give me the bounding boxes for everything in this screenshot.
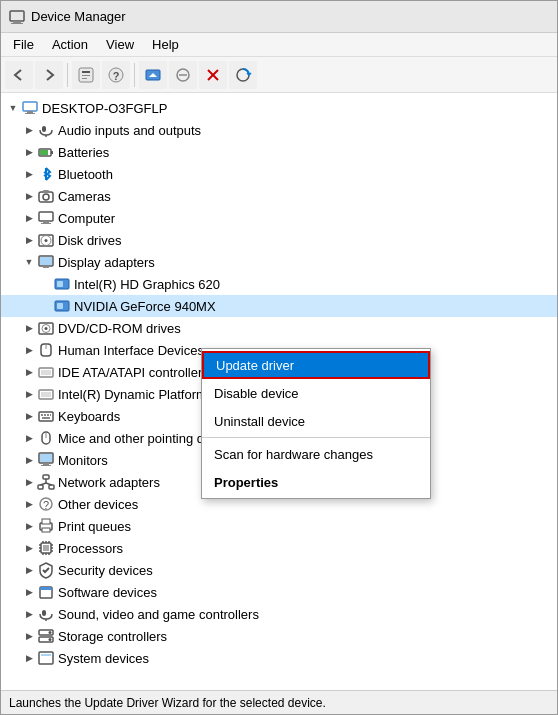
- expand-computer[interactable]: [21, 210, 37, 226]
- expand-bluetooth[interactable]: [21, 166, 37, 182]
- menu-help[interactable]: Help: [144, 35, 187, 54]
- svg-rect-60: [43, 475, 49, 479]
- ctx-update-driver[interactable]: Update driver: [202, 351, 430, 379]
- tree-item-software[interactable]: Software devices: [1, 581, 557, 603]
- svg-rect-86: [40, 587, 52, 590]
- expand-other[interactable]: [21, 496, 37, 512]
- title-bar: Device Manager: [1, 1, 557, 33]
- tree-item-cameras[interactable]: Cameras: [1, 185, 557, 207]
- svg-rect-57: [40, 454, 52, 462]
- expand-proc[interactable]: [21, 540, 37, 556]
- help-button[interactable]: ?: [102, 61, 130, 89]
- context-menu: Update driver Disable device Uninstall d…: [201, 348, 431, 499]
- svg-rect-27: [43, 221, 49, 223]
- expand-gpu2: [37, 298, 53, 314]
- tree-item-bluetooth[interactable]: Bluetooth: [1, 163, 557, 185]
- root-label: DESKTOP-O3FGFLP: [42, 101, 167, 116]
- tree-item-disk[interactable]: Disk drives: [1, 229, 557, 251]
- expand-display[interactable]: [21, 254, 37, 270]
- tree-item-batteries[interactable]: Batteries: [1, 141, 557, 163]
- proc-icon: [37, 539, 55, 557]
- dvd-icon: [37, 319, 55, 337]
- expand-batteries[interactable]: [21, 144, 37, 160]
- expand-software[interactable]: [21, 584, 37, 600]
- hid-icon: [37, 341, 55, 359]
- uninstall-button[interactable]: [199, 61, 227, 89]
- software-label: Software devices: [58, 585, 157, 600]
- expand-root[interactable]: [5, 100, 21, 116]
- dvd-label: DVD/CD-ROM drives: [58, 321, 181, 336]
- menu-view[interactable]: View: [98, 35, 142, 54]
- expand-disk[interactable]: [21, 232, 37, 248]
- tree-item-print[interactable]: Print queues: [1, 515, 557, 537]
- tree-item-gpu2[interactable]: NVIDIA GeForce 940MX: [1, 295, 557, 317]
- expand-sound[interactable]: [21, 606, 37, 622]
- gpu2-icon: [53, 297, 71, 315]
- title-icon: [9, 9, 25, 25]
- tree-item-sound[interactable]: Sound, video and game controllers: [1, 603, 557, 625]
- mice-label: Mice and other pointing de...: [58, 431, 222, 446]
- batteries-label: Batteries: [58, 145, 109, 160]
- audio-label: Audio inputs and outputs: [58, 123, 201, 138]
- ctx-disable-device[interactable]: Disable device: [202, 379, 430, 407]
- tree-item-root[interactable]: DESKTOP-O3FGFLP: [1, 97, 557, 119]
- expand-cameras[interactable]: [21, 188, 37, 204]
- svg-rect-51: [47, 414, 49, 416]
- ctx-scan-hardware[interactable]: Scan for hardware changes: [202, 440, 430, 468]
- svg-rect-0: [10, 11, 24, 21]
- expand-intel[interactable]: [21, 386, 37, 402]
- keyboard-icon: [37, 407, 55, 425]
- svg-rect-93: [39, 652, 53, 664]
- tree-item-computer[interactable]: Computer: [1, 207, 557, 229]
- expand-keyboard[interactable]: [21, 408, 37, 424]
- gpu2-label: NVIDIA GeForce 940MX: [74, 299, 216, 314]
- system-icon: [37, 649, 55, 667]
- forward-button[interactable]: [35, 61, 63, 89]
- menu-file[interactable]: File: [5, 35, 42, 54]
- tree-item-audio[interactable]: Audio inputs and outputs: [1, 119, 557, 141]
- tree-item-proc[interactable]: Processors: [1, 537, 557, 559]
- window-title: Device Manager: [31, 9, 126, 24]
- menu-action[interactable]: Action: [44, 35, 96, 54]
- expand-mice[interactable]: [21, 430, 37, 446]
- ide-label: IDE ATA/ATAPI controllers: [58, 365, 209, 380]
- expand-storage[interactable]: [21, 628, 37, 644]
- keyboard-label: Keyboards: [58, 409, 120, 424]
- tree-item-display[interactable]: Display adapters: [1, 251, 557, 273]
- expand-audio[interactable]: [21, 122, 37, 138]
- expand-system[interactable]: [21, 650, 37, 666]
- network-icon: [37, 473, 55, 491]
- network-label: Network adapters: [58, 475, 160, 490]
- svg-point-91: [49, 631, 52, 634]
- tree-item-security[interactable]: Security devices: [1, 559, 557, 581]
- svg-rect-47: [41, 392, 51, 397]
- expand-print[interactable]: [21, 518, 37, 534]
- security-icon: [37, 561, 55, 579]
- expand-security[interactable]: [21, 562, 37, 578]
- expand-hid[interactable]: [21, 342, 37, 358]
- expand-network[interactable]: [21, 474, 37, 490]
- expand-gpu1: [37, 276, 53, 292]
- tree-item-storage[interactable]: Storage controllers: [1, 625, 557, 647]
- audio-icon: [37, 121, 55, 139]
- ctx-uninstall-device[interactable]: Uninstall device: [202, 407, 430, 435]
- disable-button[interactable]: [169, 61, 197, 89]
- software-icon: [37, 583, 55, 601]
- svg-rect-50: [44, 414, 46, 416]
- svg-rect-59: [41, 465, 51, 466]
- tree-item-system[interactable]: System devices: [1, 647, 557, 669]
- expand-dvd[interactable]: [21, 320, 37, 336]
- update-driver-button[interactable]: [139, 61, 167, 89]
- tree-item-dvd[interactable]: DVD/CD-ROM drives: [1, 317, 557, 339]
- expand-ide[interactable]: [21, 364, 37, 380]
- tree-item-gpu1[interactable]: Intel(R) HD Graphics 620: [1, 273, 557, 295]
- camera-icon: [37, 187, 55, 205]
- ctx-properties[interactable]: Properties: [202, 468, 430, 496]
- sound-icon: [37, 605, 55, 623]
- device-manager-window: Device Manager File Action View Help: [0, 0, 558, 715]
- properties-button[interactable]: [72, 61, 100, 89]
- disk-label: Disk drives: [58, 233, 122, 248]
- back-button[interactable]: [5, 61, 33, 89]
- expand-monitors[interactable]: [21, 452, 37, 468]
- scan-button[interactable]: [229, 61, 257, 89]
